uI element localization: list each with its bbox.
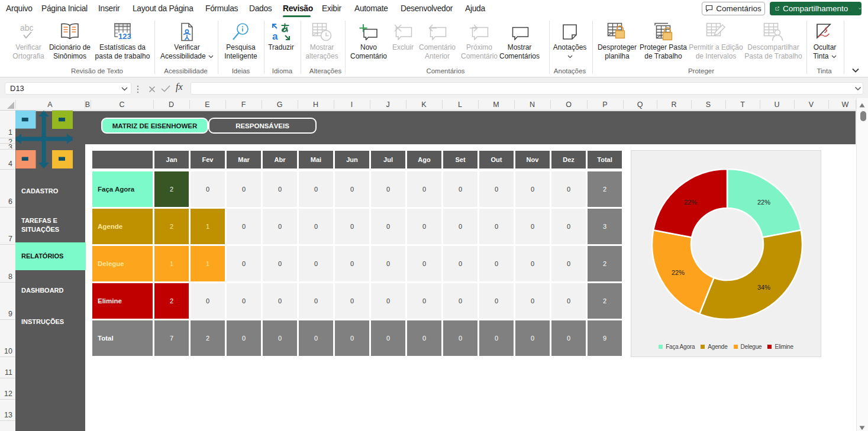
svg-text:a: a: [272, 31, 278, 41]
